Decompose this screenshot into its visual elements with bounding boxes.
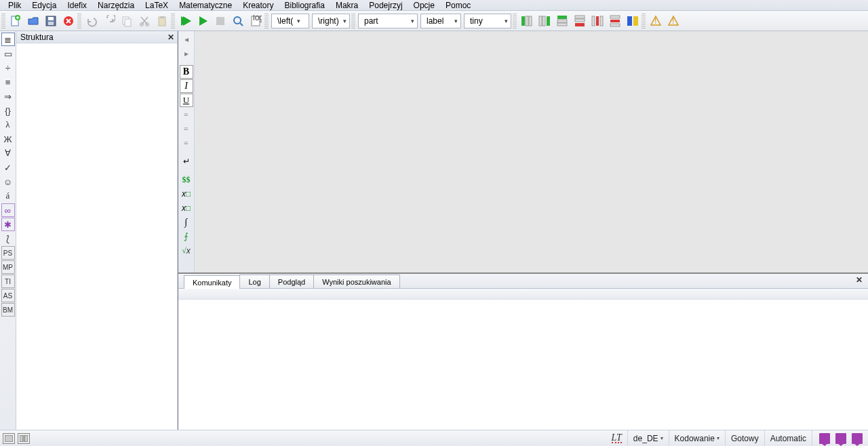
sum-button[interactable]: ⨍ [180, 230, 193, 243]
palette-bm-icon[interactable]: BM [1, 303, 15, 317]
math-mode-button[interactable]: $$ [180, 173, 193, 186]
status-encoding[interactable]: Kodowanie▾ [669, 430, 725, 446]
palette-brackets-icon[interactable]: ⟅ [1, 232, 15, 245]
table-delete-col-button[interactable] [589, 13, 606, 29]
palette-cyrillic-icon[interactable]: Ж [1, 132, 15, 146]
palette-ps-icon[interactable]: PS [1, 246, 15, 260]
sqrt-button[interactable]: √x [180, 244, 193, 258]
menu-podejrzyj[interactable]: Podejrzyj [363, 1, 408, 10]
messages-list[interactable] [178, 289, 868, 430]
view-mode-split-button[interactable] [18, 433, 30, 444]
italic-button[interactable]: I [180, 79, 193, 93]
undo-button[interactable] [83, 13, 100, 29]
table-insert-col-right-button[interactable] [536, 13, 553, 29]
align-right-button[interactable]: ≡ [180, 136, 193, 150]
cut-button[interactable] [136, 13, 153, 29]
palette-lambda-icon[interactable]: λ [1, 118, 15, 131]
palette-braces-icon[interactable]: {} [1, 104, 15, 117]
nav-forward-icon[interactable]: ▸ [180, 47, 193, 60]
view-pdf-button[interactable] [230, 13, 246, 29]
newline-button[interactable]: ↵ [180, 155, 193, 168]
palette-ti-icon[interactable]: TI [1, 275, 15, 288]
view-log-button[interactable]: log [248, 13, 264, 29]
status-languagetool[interactable]: LT [606, 430, 627, 446]
warning-next-button[interactable]: ! [665, 13, 682, 29]
nav-back-icon[interactable]: ◂ [180, 33, 193, 46]
palette-check-icon[interactable]: ✓ [1, 161, 15, 174]
status-lineending[interactable]: Automatic [764, 430, 812, 446]
build-run-button[interactable] [177, 13, 193, 29]
palette-infinity-icon[interactable]: ∞ [1, 203, 15, 217]
palette-accent-icon[interactable]: á [1, 189, 15, 203]
toolbar-handle[interactable] [1, 14, 5, 28]
tab-wyniki[interactable]: Wyniki poszukiwania [313, 275, 399, 288]
redo-button[interactable] [101, 13, 117, 29]
copy-button[interactable] [119, 13, 135, 29]
subscript-button[interactable]: x□ [180, 187, 193, 201]
table-insert-col-left-button[interactable] [519, 13, 535, 29]
toolbar-handle[interactable] [642, 14, 646, 28]
palette-box-icon[interactable]: ▭ [1, 47, 15, 60]
menu-plik[interactable]: Plik [3, 1, 26, 10]
bookmark-icon[interactable] [819, 433, 830, 444]
ref-combo[interactable]: label▾ [420, 14, 461, 28]
structure-icon[interactable]: ≣ [1, 33, 15, 46]
toolbar-handle[interactable] [513, 14, 517, 28]
menu-edycja[interactable]: Edycja [26, 1, 62, 10]
underline-button[interactable]: U [180, 94, 193, 107]
view-mode-single-button[interactable] [3, 433, 15, 444]
bookmark-icon[interactable] [835, 433, 846, 444]
menu-idefix[interactable]: Idefix [62, 1, 92, 10]
status-language[interactable]: de_DE▾ [627, 430, 669, 446]
toolbar-handle[interactable] [171, 14, 175, 28]
palette-fraction-icon[interactable]: ÷ [1, 61, 15, 75]
menu-pomoc[interactable]: Pomoc [440, 1, 476, 10]
palette-arrow-icon[interactable]: ⇒ [1, 89, 15, 103]
bookmark-icon[interactable] [852, 433, 863, 444]
tab-komunikaty[interactable]: Komunikaty [184, 275, 240, 289]
section-combo[interactable]: part▾ [358, 14, 418, 28]
bold-button[interactable]: B [180, 65, 193, 79]
superscript-button[interactable]: x□ [180, 201, 193, 215]
save-button[interactable] [43, 13, 59, 29]
editor-area[interactable] [195, 31, 868, 272]
menu-narzedzia[interactable]: Narzędzia [92, 1, 140, 10]
palette-mp-icon[interactable]: MP [1, 260, 15, 274]
compile-button[interactable] [195, 13, 211, 29]
right-delimiter-combo[interactable]: \right)▾ [312, 14, 350, 28]
warning-prev-button[interactable]: ! [648, 13, 664, 29]
toolbar-handle[interactable] [351, 14, 355, 28]
table-merge-button[interactable] [625, 13, 641, 29]
paste-button[interactable] [154, 13, 170, 29]
palette-as-icon[interactable]: AS [1, 289, 15, 302]
table-insert-row-bottom-button[interactable] [572, 13, 588, 29]
open-file-button[interactable] [25, 13, 41, 29]
tab-log[interactable]: Log [239, 275, 269, 288]
menu-latex[interactable]: LaTeX [140, 1, 174, 10]
palette-smiley-icon[interactable]: ☺ [1, 175, 15, 188]
left-delimiter-combo[interactable]: \left(▾ [271, 14, 309, 28]
align-left-button[interactable]: ≡ [180, 108, 193, 121]
fontsize-combo[interactable]: tiny▾ [464, 14, 511, 28]
structure-tree[interactable] [16, 43, 177, 430]
toolbar-handle[interactable] [264, 14, 269, 28]
tab-podglad[interactable]: Podgląd [269, 275, 314, 288]
new-file-button[interactable] [7, 13, 24, 29]
stop-button[interactable] [212, 13, 229, 29]
table-delete-row-button[interactable] [607, 13, 623, 29]
integral-button[interactable]: ∫ [180, 216, 193, 229]
align-center-button[interactable]: ≡ [180, 122, 193, 136]
structure-close-button[interactable]: ✕ [167, 33, 174, 42]
toolbar-handle[interactable] [77, 14, 81, 28]
table-insert-row-top-button[interactable] [554, 13, 570, 29]
menu-kreatory[interactable]: Kreatory [237, 1, 279, 10]
menu-opcje[interactable]: Opcje [408, 1, 440, 10]
menu-matematyczne[interactable]: Matematyczne [174, 1, 237, 10]
close-button[interactable] [60, 13, 77, 29]
palette-asterisk-icon[interactable]: ✱ [1, 218, 15, 231]
menu-makra[interactable]: Makra [330, 1, 363, 10]
menu-bibliografia[interactable]: Bibliografia [279, 1, 330, 10]
palette-lines-icon[interactable]: ≡ [1, 75, 15, 89]
messages-close-button[interactable]: ✕ [856, 275, 863, 285]
palette-forall-icon[interactable]: ∀ [1, 146, 15, 160]
